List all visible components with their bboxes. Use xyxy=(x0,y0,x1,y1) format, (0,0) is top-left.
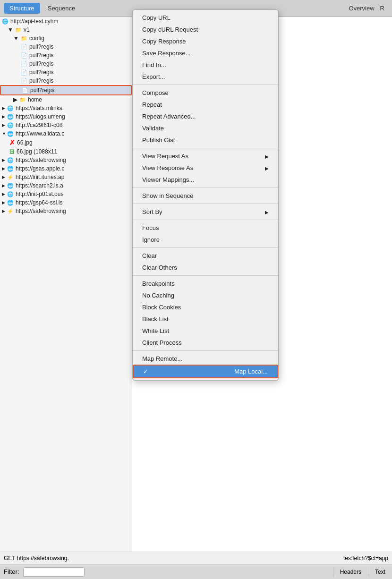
globe-icon: 🌐 xyxy=(2,18,9,25)
collapsed-icon-gsp64: ▶ xyxy=(2,200,5,205)
menu-breakpoints[interactable]: Breakpoints xyxy=(133,278,278,290)
collapsed-arrow-icon: ▶ xyxy=(2,106,5,111)
tree-item-img66err[interactable]: ✗ 66.jpg xyxy=(0,138,132,147)
collapsed-icon-sb2: ▶ xyxy=(2,209,5,213)
tab-headers[interactable]: Headers xyxy=(333,567,368,577)
separator-6 xyxy=(133,247,278,248)
filter-input[interactable] xyxy=(23,567,85,577)
collapsed-icon-search2: ▶ xyxy=(2,183,5,188)
menu-publish-gist[interactable]: Publish Gist xyxy=(133,134,278,146)
submenu-arrow-1 xyxy=(265,153,269,160)
menu-black-list[interactable]: Black List xyxy=(133,313,278,325)
tree-item-search2[interactable]: ▶ 🌐 https://search2.is.a xyxy=(0,181,132,190)
tree-item-itunes[interactable]: ▶ ⚡ https://init.itunes.ap xyxy=(0,173,132,181)
lightning-icon: ⚡ xyxy=(7,174,14,180)
request-bar: GET https://safebrowsing. tes:fetch?$ct=… xyxy=(0,552,392,564)
menu-clear[interactable]: Clear xyxy=(133,250,278,262)
tab-overview[interactable]: Overview xyxy=(349,5,374,12)
menu-view-response-as[interactable]: View Response As xyxy=(133,162,278,174)
menu-compose[interactable]: Compose xyxy=(133,87,278,99)
menu-clear-others[interactable]: Clear Others xyxy=(133,262,278,273)
tree-item-v1[interactable]: ▼ 📁 v1 xyxy=(0,26,132,34)
folder-icon-3: 📁 xyxy=(19,97,26,103)
file-icon-6: 📄 xyxy=(22,87,28,94)
tree-item-root1[interactable]: 🌐 http://api-test.cyhm xyxy=(0,17,132,26)
file-icon-4: 📄 xyxy=(21,69,27,76)
tree-item-alidata[interactable]: ▼ 🌐 http://www.alidata.c xyxy=(0,129,132,138)
tree-item-pull6-selected[interactable]: 📄 pull?regis xyxy=(0,85,132,95)
menu-find-in[interactable]: Find In... xyxy=(133,59,278,71)
menu-copy-curl[interactable]: Copy cURL Request xyxy=(133,24,278,35)
menu-map-remote[interactable]: Map Remote... xyxy=(133,353,278,365)
tree-item-img66[interactable]: 🖼 66.jpg (1088x11 xyxy=(0,147,132,156)
globe-icon-7: 🌐 xyxy=(7,166,14,172)
tree-item-pull4[interactable]: 📄 pull?regis xyxy=(0,68,132,77)
menu-validate[interactable]: Validate xyxy=(133,122,278,134)
file-icon: 📄 xyxy=(21,44,27,50)
menu-sort-by[interactable]: Sort By xyxy=(133,206,278,218)
menu-repeat[interactable]: Repeat xyxy=(133,99,278,111)
globe-icon-5: 🌐 xyxy=(7,131,14,137)
menu-block-cookies[interactable]: Block Cookies xyxy=(133,301,278,313)
tab-text[interactable]: Text xyxy=(368,567,392,577)
tree-item-pull2[interactable]: 📄 pull?regis xyxy=(0,51,132,60)
tree-item-stats[interactable]: ▶ 🌐 https://stats.mlinks. xyxy=(0,104,132,112)
globe-icon-2: 🌐 xyxy=(7,105,14,111)
filter-label: Filter: xyxy=(0,568,23,575)
globe-icon-3: 🌐 xyxy=(7,114,14,120)
menu-save-response[interactable]: Save Response... xyxy=(133,47,278,59)
separator-3 xyxy=(133,187,278,188)
bottom-tabs: Headers Text xyxy=(333,567,392,577)
tree-item-init-p01st[interactable]: ▶ 🌐 http://init-p01st.pus xyxy=(0,190,132,198)
tab-sequence[interactable]: Sequence xyxy=(42,3,81,14)
bottom-bar: Filter: Headers Text xyxy=(0,564,392,579)
request-text: GET https://safebrowsing. xyxy=(4,555,69,562)
tree-item-pull5[interactable]: 📄 pull?regis xyxy=(0,77,132,85)
file-icon-5: 📄 xyxy=(21,78,27,84)
menu-show-in-sequence[interactable]: Show in Sequence xyxy=(133,190,278,202)
separator-2 xyxy=(133,148,278,148)
globe-icon-4: 🌐 xyxy=(7,122,14,128)
menu-repeat-advanced[interactable]: Repeat Advanced... xyxy=(133,111,278,122)
folder-icon-2: 📁 xyxy=(21,35,27,42)
menu-export[interactable]: Export... xyxy=(133,71,278,83)
collapsed-icon-sb1: ▶ xyxy=(2,158,5,162)
tree-item-home[interactable]: ▶ 📁 home xyxy=(0,95,132,104)
tree-item-gsp64[interactable]: ▶ 🌐 https://gsp64-ssl.ls xyxy=(0,198,132,207)
tab-r[interactable]: R xyxy=(380,5,384,12)
menu-ignore[interactable]: Ignore xyxy=(133,234,278,246)
tree-item-pull1[interactable]: 📄 pull?regis xyxy=(0,43,132,51)
chevron-down-icon: ▼ xyxy=(8,26,13,33)
collapsed-icon-itunes: ▶ xyxy=(2,175,5,179)
tree-item-safebrowsing2[interactable]: ▶ ⚡ https://safebrowsing xyxy=(0,207,132,215)
menu-copy-url[interactable]: Copy URL xyxy=(133,12,278,24)
globe-icon-9: 🌐 xyxy=(7,191,14,197)
error-icon: ✗ xyxy=(9,139,15,146)
menu-view-request-as[interactable]: View Request As xyxy=(133,150,278,162)
menu-copy-response[interactable]: Copy Response xyxy=(133,35,278,47)
chevron-right-icon: ▶ xyxy=(13,96,17,103)
tree-item-config[interactable]: ▼ 📁 config xyxy=(0,34,132,43)
menu-no-caching[interactable]: No Caching xyxy=(133,290,278,301)
menu-focus[interactable]: Focus xyxy=(133,222,278,234)
tree-item-safebrowsing1[interactable]: ▶ 🌐 https://safebrowsing xyxy=(0,156,132,164)
left-panel: 🌐 http://api-test.cyhm ▼ 📁 v1 ▼ 📁 config… xyxy=(0,17,132,564)
image-icon: 🖼 xyxy=(9,149,15,154)
tree-item-gsas[interactable]: ▶ 🌐 https://gsas.apple.c xyxy=(0,164,132,173)
submenu-arrow-2 xyxy=(265,164,269,171)
menu-map-local[interactable]: Map Local... xyxy=(133,365,278,378)
globe-icon-10: 🌐 xyxy=(7,200,14,206)
tree-item-ulogs[interactable]: ▶ 🌐 https://ulogs.umeng xyxy=(0,112,132,121)
menu-client-process[interactable]: Client Process xyxy=(133,337,278,349)
separator-7 xyxy=(133,275,278,276)
tree-item-pull3[interactable]: 📄 pull?regis xyxy=(0,60,132,68)
tree-item-ca29[interactable]: ▶ 🌐 http://ca29f61f-c08 xyxy=(0,121,132,129)
menu-white-list[interactable]: White List xyxy=(133,325,278,337)
globe-icon-8: 🌐 xyxy=(7,183,14,189)
menu-viewer-mappings[interactable]: Viewer Mappings... xyxy=(133,174,278,186)
collapsed-icon-init: ▶ xyxy=(2,192,5,196)
expanded-arrow-icon: ▼ xyxy=(2,131,6,136)
collapsed-icon-gsas: ▶ xyxy=(2,166,5,171)
context-menu: Copy URL Copy cURL Request Copy Response… xyxy=(132,9,279,381)
tab-structure[interactable]: Structure xyxy=(4,3,40,14)
